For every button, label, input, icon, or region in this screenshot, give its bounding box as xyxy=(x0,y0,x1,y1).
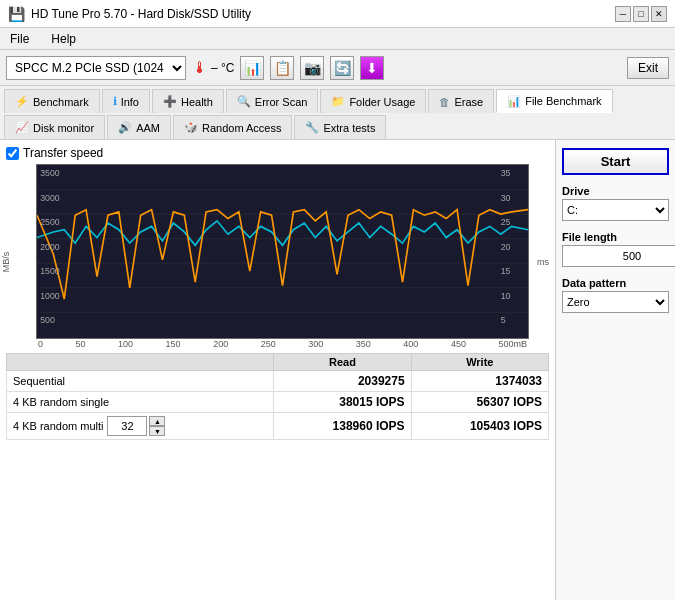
toolbar: SPCC M.2 PCIe SSD (1024 gB) 🌡 – °C 📊 📋 📷… xyxy=(0,50,675,86)
data-pattern-section: Data pattern Zero xyxy=(562,277,669,313)
x-axis: 050100150200250300350400450500mB xyxy=(36,339,529,349)
multi-spin-up[interactable]: ▲ xyxy=(149,416,165,426)
seq-write: 1374033 xyxy=(411,371,548,392)
table-row: 4 KB random single 38015 IOPS 56307 IOPS xyxy=(7,392,549,413)
tab-erase[interactable]: 🗑 Erase xyxy=(428,89,494,113)
multi-spin-down[interactable]: ▼ xyxy=(149,426,165,436)
tab-extra-tests-label: Extra tests xyxy=(323,122,375,134)
thermometer-icon: 🌡 xyxy=(192,59,208,77)
tab-file-benchmark[interactable]: 📊 File Benchmark xyxy=(496,89,612,113)
tab-folder-usage-label: Folder Usage xyxy=(349,96,415,108)
toolbar-icon-1[interactable]: 📊 xyxy=(240,56,264,80)
file-length-label: File length xyxy=(562,231,669,243)
menu-help[interactable]: Help xyxy=(45,30,82,48)
toolbar-icon-5[interactable]: ⬇ xyxy=(360,56,384,80)
tab-random-access-label: Random Access xyxy=(202,122,281,134)
toolbar-icon-3[interactable]: 📷 xyxy=(300,56,324,80)
multi-spinbox: 32 ▲ ▼ xyxy=(107,416,165,436)
y-axis-label-left: MB/s xyxy=(1,251,11,272)
file-length-input[interactable]: 500 xyxy=(562,245,675,267)
toolbar-icon-4[interactable]: 🔄 xyxy=(330,56,354,80)
tab-benchmark-label: Benchmark xyxy=(33,96,89,108)
disk-monitor-icon: 📈 xyxy=(15,121,29,134)
close-button[interactable]: ✕ xyxy=(651,6,667,22)
exit-button[interactable]: Exit xyxy=(627,57,669,79)
random-access-icon: 🎲 xyxy=(184,121,198,134)
svg-text:3000: 3000 xyxy=(40,193,59,203)
transfer-speed-checkbox-label[interactable]: Transfer speed xyxy=(6,146,103,160)
tab-erase-label: Erase xyxy=(454,96,483,108)
minimize-button[interactable]: ─ xyxy=(615,6,631,22)
random-multi-read: 138960 IOPS xyxy=(274,413,411,440)
extra-tests-icon: 🔧 xyxy=(305,121,319,134)
error-scan-icon: 🔍 xyxy=(237,95,251,108)
results-table: Read Write Sequential 2039275 1374033 4 … xyxy=(6,353,549,440)
svg-text:35: 35 xyxy=(501,168,511,178)
svg-text:1000: 1000 xyxy=(40,291,59,301)
svg-text:25: 25 xyxy=(501,217,511,227)
left-panel: Transfer speed MB/s ms xyxy=(0,140,555,600)
file-benchmark-icon: 📊 xyxy=(507,95,521,108)
svg-text:2500: 2500 xyxy=(40,217,59,227)
random-single-label: 4 KB random single xyxy=(7,392,274,413)
main-content: Transfer speed MB/s ms xyxy=(0,140,675,600)
folder-usage-icon: 📁 xyxy=(331,95,345,108)
aam-icon: 🔊 xyxy=(118,121,132,134)
drive-dropdown[interactable]: C: xyxy=(562,199,669,221)
table-row: 4 KB random multi 32 ▲ ▼ 138960 IOPS 105 xyxy=(7,413,549,440)
toolbar-icon-2[interactable]: 📋 xyxy=(270,56,294,80)
svg-text:500: 500 xyxy=(40,315,55,325)
tab-info-label: Info xyxy=(121,96,139,108)
tab-disk-monitor[interactable]: 📈 Disk monitor xyxy=(4,115,105,139)
app-icon: 💾 xyxy=(8,6,25,22)
tab-benchmark[interactable]: ⚡ Benchmark xyxy=(4,89,100,113)
tab-extra-tests[interactable]: 🔧 Extra tests xyxy=(294,115,386,139)
random-single-write: 56307 IOPS xyxy=(411,392,548,413)
right-panel: Start Drive C: File length 500 ▲ ▼ MB Da… xyxy=(555,140,675,600)
svg-text:10: 10 xyxy=(501,291,511,301)
drive-select[interactable]: SPCC M.2 PCIe SSD (1024 gB) xyxy=(6,56,186,80)
info-icon: ℹ xyxy=(113,95,117,108)
random-multi-write: 105403 IOPS xyxy=(411,413,548,440)
maximize-button[interactable]: □ xyxy=(633,6,649,22)
start-button[interactable]: Start xyxy=(562,148,669,175)
transfer-speed-header: Transfer speed xyxy=(6,146,549,160)
transfer-speed-label: Transfer speed xyxy=(23,146,103,160)
svg-text:1500: 1500 xyxy=(40,266,59,276)
drive-section: Drive C: xyxy=(562,185,669,221)
tab-disk-monitor-label: Disk monitor xyxy=(33,122,94,134)
svg-text:15: 15 xyxy=(501,266,511,276)
tab-file-benchmark-label: File Benchmark xyxy=(525,95,601,107)
random-single-read: 38015 IOPS xyxy=(274,392,411,413)
nav-tabs: ⚡ Benchmark ℹ Info ➕ Health 🔍 Error Scan… xyxy=(0,86,675,140)
svg-text:30: 30 xyxy=(501,193,511,203)
window-title: HD Tune Pro 5.70 - Hard Disk/SSD Utility xyxy=(31,7,251,21)
tab-folder-usage[interactable]: 📁 Folder Usage xyxy=(320,89,426,113)
tab-error-scan[interactable]: 🔍 Error Scan xyxy=(226,89,319,113)
tab-health[interactable]: ➕ Health xyxy=(152,89,224,113)
temperature-display: 🌡 – °C xyxy=(192,59,234,77)
y-axis-label-right: ms xyxy=(537,257,549,267)
tab-info[interactable]: ℹ Info xyxy=(102,89,150,113)
svg-text:3500: 3500 xyxy=(40,168,59,178)
tab-random-access[interactable]: 🎲 Random Access xyxy=(173,115,292,139)
svg-text:20: 20 xyxy=(501,242,511,252)
multi-spin-input[interactable]: 32 xyxy=(107,416,147,436)
col-header-name xyxy=(7,354,274,371)
data-pattern-dropdown[interactable]: Zero xyxy=(562,291,669,313)
col-header-write: Write xyxy=(411,354,548,371)
transfer-speed-chart: 3500 3000 2500 2000 1500 1000 500 35 30 … xyxy=(36,164,529,339)
transfer-speed-checkbox[interactable] xyxy=(6,147,19,160)
menu-file[interactable]: File xyxy=(4,30,35,48)
temperature-value: – °C xyxy=(211,61,234,75)
tab-error-scan-label: Error Scan xyxy=(255,96,308,108)
random-multi-label: 4 KB random multi 32 ▲ ▼ xyxy=(7,413,274,440)
tab-aam[interactable]: 🔊 AAM xyxy=(107,115,171,139)
health-icon: ➕ xyxy=(163,95,177,108)
benchmark-icon: ⚡ xyxy=(15,95,29,108)
seq-label: Sequential xyxy=(7,371,274,392)
drive-label: Drive xyxy=(562,185,669,197)
window-controls: ─ □ ✕ xyxy=(615,6,667,22)
seq-read: 2039275 xyxy=(274,371,411,392)
title-bar: 💾 HD Tune Pro 5.70 - Hard Disk/SSD Utili… xyxy=(0,0,675,28)
